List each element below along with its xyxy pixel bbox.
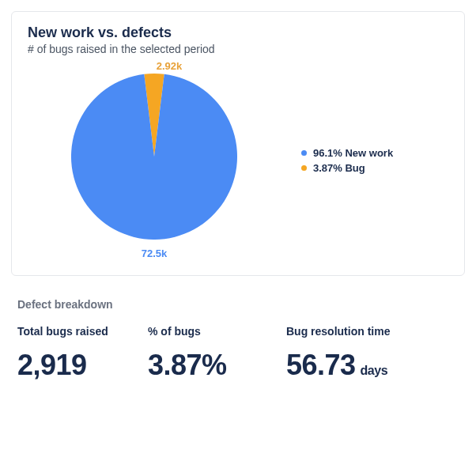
metric-number: 3.87% — [148, 349, 227, 382]
metric-value: 2,919 — [17, 349, 148, 382]
metric-label: Total bugs raised — [17, 325, 148, 338]
legend: 96.1% New work 3.87% Bug — [281, 147, 393, 177]
legend-dot-icon — [301, 150, 307, 156]
metric-pct-bugs: % of bugs 3.87% — [148, 325, 286, 382]
metric-unit: days — [361, 364, 387, 378]
metric-number: 2,919 — [17, 349, 87, 382]
breakdown-title: Defect breakdown — [17, 298, 459, 311]
card-subtitle: # of bugs raised in the selected period — [28, 43, 448, 55]
chart-row: 2.92k 72.5k 96.1% New work 3.87% Bug — [28, 60, 448, 264]
metric-total-bugs: Total bugs raised 2,919 — [17, 325, 148, 382]
pie-chart — [71, 74, 237, 240]
pie-chart-wrap: 2.92k 72.5k — [28, 60, 281, 264]
defect-breakdown: Defect breakdown Total bugs raised 2,919… — [11, 276, 465, 382]
card-title: New work vs. defects — [28, 25, 448, 41]
metrics-row: Total bugs raised 2,919 % of bugs 3.87% … — [17, 325, 459, 382]
metric-value: 56.73 days — [286, 349, 468, 382]
legend-item-new-work: 96.1% New work — [301, 147, 393, 159]
legend-label: 96.1% New work — [313, 147, 393, 159]
metric-label: % of bugs — [148, 325, 286, 338]
slice-label-bug: 2.92k — [58, 60, 281, 72]
metric-label: Bug resolution time — [286, 325, 468, 338]
metric-resolution-time: Bug resolution time 56.73 days — [286, 325, 468, 382]
slice-label-new-work: 72.5k — [28, 247, 281, 259]
legend-label: 3.87% Bug — [313, 162, 365, 174]
legend-item-bug: 3.87% Bug — [301, 162, 393, 174]
legend-dot-icon — [301, 165, 307, 171]
chart-card: New work vs. defects # of bugs raised in… — [11, 11, 465, 276]
metric-number: 56.73 — [286, 349, 356, 382]
metric-value: 3.87% — [148, 349, 286, 382]
